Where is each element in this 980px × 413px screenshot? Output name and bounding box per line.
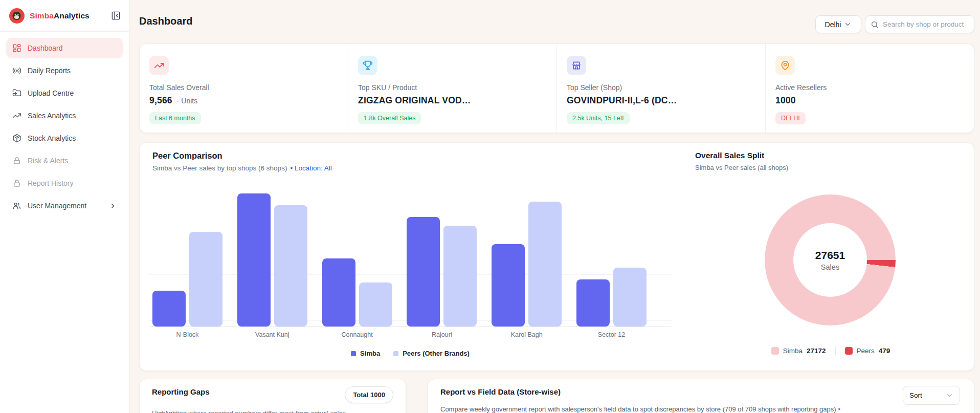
bar-category-label: N-Block: [176, 331, 199, 338]
sidebar-item-label: Daily Reports: [28, 67, 71, 75]
section-divider: [681, 143, 681, 371]
chevron-right-icon: [109, 202, 117, 210]
legend-label: Simba: [360, 350, 380, 357]
bar-simba-sector-12: [576, 279, 610, 327]
trophy-icon: [358, 56, 377, 75]
stat-label: Active Resellers: [775, 83, 964, 92]
location-selector-value: Delhi: [825, 20, 841, 29]
bar-group-n-block: N-Block: [152, 232, 222, 327]
sort-dropdown-value: Sort: [909, 392, 922, 399]
trending-up-icon: [149, 56, 169, 75]
stat-badge: DELHI: [775, 112, 806, 124]
donut-legend: Simba27172 Peers479: [695, 346, 966, 355]
stat-total-sales: Total Sales Overall 9,566- Units Last 6 …: [140, 44, 348, 133]
stat-value: 9,566: [149, 95, 172, 106]
sidebar-item-label: Risk & Alerts: [28, 157, 68, 165]
sidebar-item-label: Sales Analytics: [28, 112, 76, 120]
lock-icon: [12, 179, 21, 188]
bar-group-karol-bagh: Karol Bagh: [492, 202, 562, 327]
bar-chart-legend: Simba Peers (Other Brands): [140, 350, 681, 357]
brand-name-secondary: Analytics: [54, 11, 90, 20]
sidebar-nav: Dashboard Daily Reports Upload Centre Sa…: [0, 32, 129, 216]
bar-simba-rajouri: [407, 217, 440, 327]
peer-comparison-subtitle-text: Simba vs Peer sales by top shops (6 shop…: [152, 164, 287, 172]
sidebar-item-dashboard[interactable]: Dashboard: [6, 38, 123, 58]
legend-label: Peers: [857, 347, 875, 355]
sidebar-item-risk-alerts[interactable]: Risk & Alerts: [6, 150, 123, 171]
map-pin-icon: [775, 56, 795, 75]
report-vs-field-title: Report vs Field Data (Store-wise): [440, 387, 962, 396]
search-box: [865, 15, 974, 33]
bar-category-label: Rajouri: [432, 331, 452, 338]
peer-comparison-subtitle: Simba vs Peer sales by top shops (6 shop…: [152, 164, 332, 172]
donut-legend-simba: Simba27172: [771, 347, 826, 355]
sidebar-collapse-icon[interactable]: [111, 11, 121, 20]
bar-category-label: Sector 12: [598, 331, 626, 338]
search-icon: [871, 20, 879, 29]
legend-swatch: [845, 347, 853, 355]
chevron-down-icon: [844, 20, 852, 28]
report-vs-field-description-text: Compare weekly government report with sa…: [440, 405, 836, 413]
sidebar: SimbaAnalytics Dashboard Daily Reports U…: [0, 0, 129, 413]
stats-summary-card: Total Sales Overall 9,566- Units Last 6 …: [139, 44, 974, 133]
bar-simba-vasant-kunj: [237, 193, 271, 327]
report-vs-field-card: Report vs Field Data (Store-wise) Compar…: [428, 379, 974, 413]
bar-simba-connaught: [322, 258, 355, 327]
sidebar-item-label: Dashboard: [28, 44, 63, 52]
bar-category-label: Vasant Kunj: [255, 331, 289, 338]
dashboard-grid-icon: [12, 44, 21, 53]
sales-split-subtitle: Simba vs Peer sales (all shops): [695, 164, 788, 171]
report-vs-field-description: Compare weekly government report with sa…: [440, 405, 890, 413]
sort-dropdown[interactable]: Sort: [903, 386, 960, 405]
sidebar-item-daily-reports[interactable]: Daily Reports: [6, 60, 123, 81]
bar-category-label: Connaught: [342, 331, 373, 338]
peer-comparison-card: Peer Comparison Simba vs Peer sales by t…: [139, 142, 974, 371]
link-dot[interactable]: •: [838, 405, 841, 413]
legend-label: Simba: [783, 347, 803, 355]
legend-divider: [835, 346, 836, 355]
stat-badge: Last 6 months: [149, 112, 201, 124]
sales-split-title: Overall Sales Split: [695, 151, 764, 160]
bar-peers-other-brands-rajouri: [443, 226, 477, 327]
location-selector[interactable]: Delhi: [815, 15, 861, 33]
legend-item-peers: Peers (Other Brands): [393, 350, 470, 357]
users-icon: [12, 201, 21, 210]
brand-logo: [9, 8, 25, 24]
stat-badge: 2.5k Units, 15 Left: [567, 112, 630, 124]
legend-label: Peers (Other Brands): [403, 350, 470, 357]
brand-name-primary: Simba: [30, 11, 54, 20]
donut-center-value: 27651: [815, 249, 845, 262]
x-axis-line: [149, 327, 672, 327]
sidebar-item-label: Stock Analytics: [28, 134, 76, 142]
sidebar-item-sales-analytics[interactable]: Sales Analytics: [6, 105, 123, 126]
legend-swatch: [351, 351, 356, 356]
stat-value: 1000: [775, 95, 796, 106]
bar-group-vasant-kunj: Vasant Kunj: [237, 193, 307, 327]
bar-simba-karol-bagh: [492, 244, 525, 327]
location-filter-link[interactable]: • Location: All: [290, 164, 331, 172]
donut-ring: 27651 Sales: [765, 194, 896, 325]
bar-group-connaught: Connaught: [322, 258, 392, 327]
legend-value: 27172: [807, 347, 826, 355]
sidebar-item-upload-centre[interactable]: Upload Centre: [6, 83, 123, 103]
bar-group-sector-12: Sector 12: [576, 268, 647, 327]
stat-label: Total Sales Overall: [149, 83, 338, 92]
stat-top-seller: Top Seller (Shop) GOVINDPURI-II,L-6 (DC……: [556, 44, 765, 133]
stat-label: Top Seller (Shop): [567, 83, 755, 92]
bar-chart-plot: N-BlockVasant KunjConnaughtRajouriKarol …: [152, 193, 647, 327]
stat-top-sku: Top SKU / Product ZIGZAG ORIGINAL VOD… 1…: [348, 44, 556, 133]
stat-value-suffix: - Units: [177, 97, 197, 105]
total-count-badge: Total 1000: [345, 386, 393, 403]
sidebar-item-user-management[interactable]: User Management: [6, 195, 123, 216]
bar-simba-n-block: [152, 291, 186, 327]
donut-center: 27651 Sales: [793, 223, 867, 297]
sidebar-item-report-history[interactable]: Report History: [6, 173, 123, 193]
legend-swatch: [393, 351, 398, 356]
donut-legend-peers: Peers479: [845, 347, 890, 355]
stat-value: ZIGZAG ORIGINAL VOD…: [358, 95, 471, 106]
chevron-down-icon: [946, 392, 953, 399]
sidebar-item-label: Report History: [28, 179, 73, 187]
search-input[interactable]: [883, 20, 969, 28]
bar-peers-other-brands-vasant-kunj: [274, 205, 307, 327]
sidebar-item-stock-analytics[interactable]: Stock Analytics: [6, 128, 123, 148]
